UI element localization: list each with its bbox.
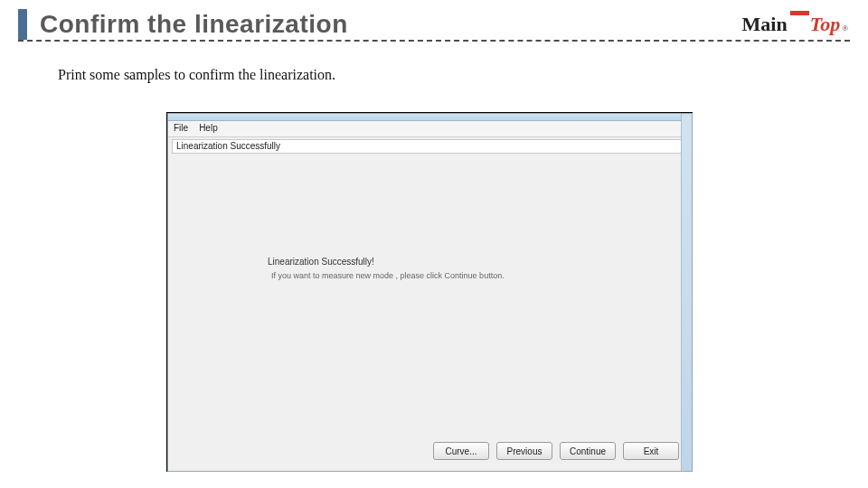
exit-button[interactable]: Exit: [623, 442, 679, 460]
window-frame-right: [681, 114, 692, 471]
logo-main: Main: [742, 13, 788, 36]
page-title: Confirm the linearization: [40, 10, 348, 39]
button-row: Curve... Previous Continue Exit: [433, 442, 679, 460]
embedded-screenshot: File Help Linearization Successfully Lin…: [166, 112, 693, 472]
previous-button[interactable]: Previous: [496, 442, 552, 460]
menubar: File Help: [168, 121, 692, 137]
address-bar: Linearization Successfully: [172, 139, 688, 154]
body-text: Print some samples to confirm the linear…: [58, 67, 850, 83]
status-message-title: Linearization Successfully!: [268, 257, 374, 267]
menu-file[interactable]: File: [174, 123, 188, 135]
brand-logo: Main Top ®: [742, 13, 848, 36]
status-message-body: If you want to measure new mode , please…: [271, 271, 505, 280]
logo-top: Top: [790, 13, 840, 36]
curve-button[interactable]: Curve...: [433, 442, 489, 460]
slide: Main Top ® Confirm the linearization Pri…: [0, 0, 868, 488]
continue-button[interactable]: Continue: [560, 442, 616, 460]
title-divider: [18, 40, 850, 42]
title-accent-bar: [18, 9, 27, 40]
title-row: Confirm the linearization: [18, 9, 850, 40]
logo-reg: ®: [842, 23, 848, 33]
client-area: Linearization Successfully! If you want …: [168, 155, 692, 471]
menu-help[interactable]: Help: [199, 123, 218, 135]
window-frame-top: [168, 114, 692, 121]
app-window: File Help Linearization Successfully Lin…: [167, 113, 693, 472]
